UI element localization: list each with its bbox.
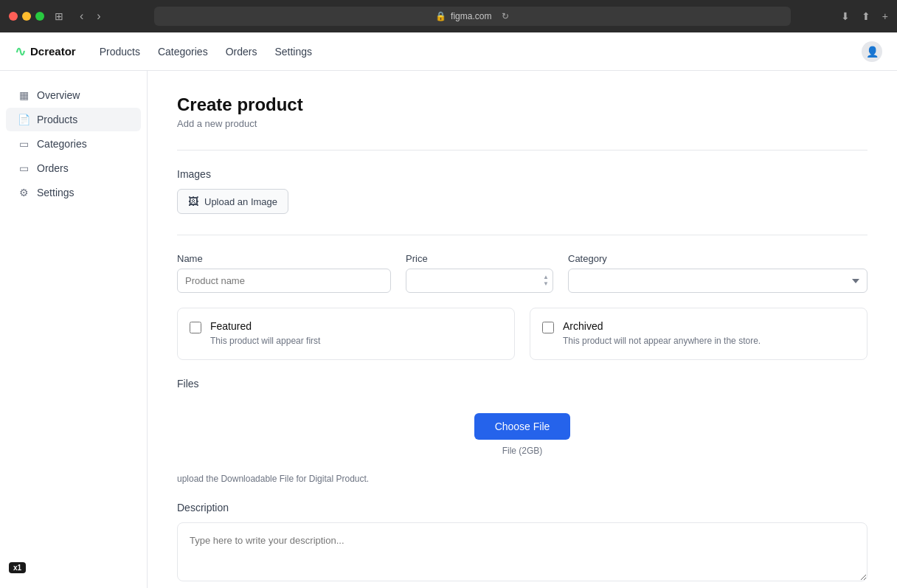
name-group: Name xyxy=(177,253,391,293)
featured-text: Featured This product will appear first xyxy=(210,320,320,347)
browser-chrome: ⊞ ‹ › 🔒 figma.com ↻ ⬇ ⬆ + xyxy=(0,0,897,32)
forward-button[interactable]: › xyxy=(94,8,103,24)
sidebar-item-settings[interactable]: ⚙ Settings xyxy=(6,181,141,204)
file-hint: File (2GB) xyxy=(502,446,543,456)
price-decrement-button[interactable]: ▼ xyxy=(541,281,550,288)
close-button[interactable] xyxy=(9,12,18,21)
sidebar: ▦ Overview 📄 Products ▭ Categories ▭ Ord… xyxy=(0,71,148,588)
price-wrapper: 0 ▲ ▼ xyxy=(406,269,553,293)
lock-icon: 🔒 xyxy=(435,11,446,21)
download-button[interactable]: ⬇ xyxy=(841,10,850,22)
price-input[interactable]: 0 xyxy=(406,269,553,293)
files-section: Files Choose File File (2GB) upload the … xyxy=(177,378,867,484)
description-section: Description xyxy=(177,502,867,584)
name-input[interactable] xyxy=(177,269,391,293)
user-avatar[interactable]: 👤 xyxy=(862,41,882,62)
featured-checkbox[interactable] xyxy=(190,322,201,333)
description-textarea[interactable] xyxy=(177,522,867,581)
maximize-button[interactable] xyxy=(35,12,44,21)
files-section-label: Files xyxy=(177,378,867,390)
nav-link-settings[interactable]: Settings xyxy=(274,46,312,58)
minimize-button[interactable] xyxy=(22,12,31,21)
sidebar-item-orders[interactable]: ▭ Orders xyxy=(6,156,141,180)
sidebar-label-overview: Overview xyxy=(37,89,80,101)
main-content: Create product Add a new product Images … xyxy=(148,71,897,588)
upload-hint: upload the Downloadable File for Digital… xyxy=(177,474,867,484)
category-group: Category xyxy=(568,253,867,293)
price-spinners: ▲ ▼ xyxy=(541,274,550,288)
archived-text: Archived This product will not appear an… xyxy=(563,320,761,347)
featured-card[interactable]: Featured This product will appear first xyxy=(177,308,515,360)
form-fields-row: Name Price 0 ▲ ▼ Category xyxy=(177,253,867,293)
brand-name: Dcreator xyxy=(30,45,76,58)
upload-button-label: Upload an Image xyxy=(204,196,277,207)
upload-image-button[interactable]: 🖼 Upload an Image xyxy=(177,189,288,214)
images-section-label: Images xyxy=(177,168,867,180)
nav-user: 👤 xyxy=(862,41,882,62)
nav-link-orders[interactable]: Orders xyxy=(226,46,257,58)
orders-icon: ▭ xyxy=(18,162,30,174)
featured-desc: This product will appear first xyxy=(210,335,320,347)
nav-links: Products Categories Orders Settings xyxy=(100,46,312,58)
price-increment-button[interactable]: ▲ xyxy=(541,274,550,281)
reload-icon: ↻ xyxy=(502,11,509,21)
archived-checkbox[interactable] xyxy=(542,322,554,333)
brand-icon: ∿ xyxy=(15,44,26,60)
choose-file-button[interactable]: Choose File xyxy=(474,413,571,440)
archived-desc: This product will not appear anywhere in… xyxy=(563,335,761,347)
traffic-lights xyxy=(9,12,44,21)
divider-top xyxy=(177,150,867,151)
description-label: Description xyxy=(177,502,867,513)
sidebar-item-overview[interactable]: ▦ Overview xyxy=(6,83,141,107)
sidebar-item-categories[interactable]: ▭ Categories xyxy=(6,132,141,156)
price-group: Price 0 ▲ ▼ xyxy=(406,253,553,293)
browser-nav: ‹ › xyxy=(77,8,104,24)
overview-icon: ▦ xyxy=(18,89,30,101)
back-button[interactable]: ‹ xyxy=(77,8,86,24)
browser-actions: ⬇ ⬆ + xyxy=(841,10,888,22)
upload-icon: 🖼 xyxy=(188,196,198,207)
share-button[interactable]: ⬆ xyxy=(862,10,870,22)
category-select[interactable] xyxy=(568,269,867,293)
divider-fields xyxy=(177,235,867,235)
page-title: Create product xyxy=(177,94,867,115)
nav-link-categories[interactable]: Categories xyxy=(158,46,208,58)
name-label: Name xyxy=(177,253,391,264)
sidebar-label-orders: Orders xyxy=(37,162,69,174)
top-nav: ∿ Dcreator Products Categories Orders Se… xyxy=(0,32,897,71)
sidebar-label-settings: Settings xyxy=(37,187,75,198)
address-bar[interactable]: 🔒 figma.com ↻ xyxy=(154,7,791,26)
sidebar-item-products[interactable]: 📄 Products xyxy=(6,108,141,131)
app: ∿ Dcreator Products Categories Orders Se… xyxy=(0,32,897,588)
categories-icon: ▭ xyxy=(18,138,30,150)
sidebar-label-products: Products xyxy=(37,114,77,125)
price-label: Price xyxy=(406,253,553,264)
images-section: Images 🖼 Upload an Image xyxy=(177,168,867,217)
nav-link-products[interactable]: Products xyxy=(100,46,140,58)
url-text: figma.com xyxy=(451,11,491,21)
extension-badge: x1 xyxy=(9,562,26,573)
body-area: ▦ Overview 📄 Products ▭ Categories ▭ Ord… xyxy=(0,71,897,588)
sidebar-toggle-button[interactable]: ⊞ xyxy=(55,10,63,22)
sidebar-label-categories: Categories xyxy=(37,138,87,150)
new-tab-button[interactable]: + xyxy=(882,10,888,22)
products-icon: 📄 xyxy=(18,114,30,125)
featured-title: Featured xyxy=(210,320,320,332)
archived-card[interactable]: Archived This product will not appear an… xyxy=(530,308,867,360)
category-label: Category xyxy=(568,253,867,264)
page-subtitle: Add a new product xyxy=(177,118,867,129)
archived-title: Archived xyxy=(563,320,761,332)
brand: ∿ Dcreator xyxy=(15,44,76,60)
checkboxes-row: Featured This product will appear first … xyxy=(177,308,867,360)
files-upload-area: Choose File File (2GB) xyxy=(177,398,867,471)
settings-icon: ⚙ xyxy=(18,187,30,198)
